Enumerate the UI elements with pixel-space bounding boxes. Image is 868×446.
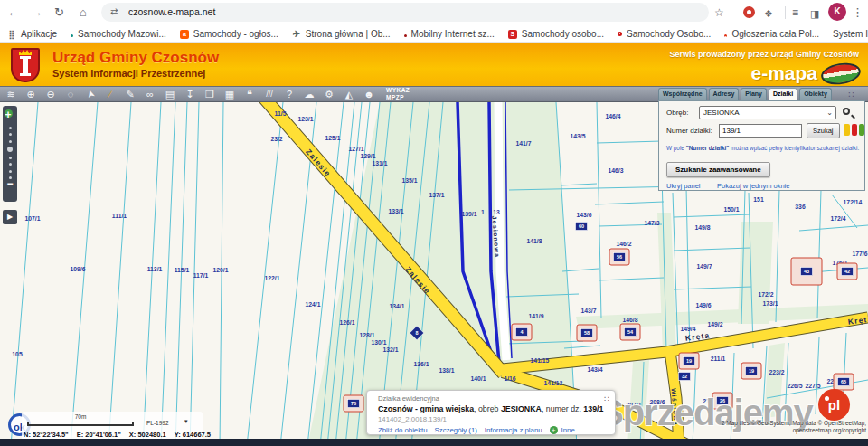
bookmark-star-icon[interactable]: ☆ (714, 5, 724, 21)
panel-close-icon[interactable]: ∷ (848, 90, 854, 100)
parcel-label: 146/2 (616, 241, 631, 247)
side-panel-icon[interactable]: ◨ (810, 5, 819, 22)
wykaz-mpzp-button[interactable]: WYKAZMPZP (386, 87, 410, 101)
zoom-out-icon[interactable]: ⊖ (44, 87, 57, 101)
link-icon[interactable]: ∞ (144, 87, 156, 101)
parcel-label: 107/1 (24, 215, 40, 222)
map-attribution: 2 Map tiles © Geo-System; Map data © Ope… (722, 420, 866, 435)
user-chat-icon[interactable]: ☻ (363, 87, 375, 101)
anchor-icon[interactable]: ↧ (184, 87, 196, 101)
home-icon[interactable]: ⌂ (80, 5, 87, 21)
settings-icon[interactable]: ⚙ (323, 87, 335, 101)
building-number: 76 (351, 401, 356, 406)
legend-swatch-yellow[interactable] (844, 124, 850, 136)
browser-menu-icon[interactable]: ⋮ (852, 5, 863, 21)
chevron-down-icon[interactable]: ▾ (184, 418, 188, 425)
popup-link[interactable]: Inne (561, 426, 575, 434)
bookmark-item[interactable]: Samochody Mazowi... (71, 29, 166, 39)
legend-swatch-red[interactable] (852, 124, 857, 136)
tab-współrzędne[interactable]: Współrzędne (658, 88, 707, 101)
plus-icon[interactable]: + (550, 426, 558, 434)
forward-icon[interactable]: → (31, 5, 42, 21)
legend-swatch-green[interactable] (859, 124, 864, 136)
profile-avatar[interactable]: K (828, 3, 846, 21)
expand-panel-arrow[interactable]: ▶ (3, 210, 17, 224)
bookmark-label: Samochody osobo... (522, 29, 604, 39)
measure-icon[interactable]: /// (263, 87, 276, 101)
popup-link[interactable]: Zbliż do obiektu (378, 426, 428, 434)
popup-link[interactable]: Informacja z planu (485, 426, 542, 434)
puzzle-extensions-icon[interactable]: ❖ (764, 5, 773, 22)
obreb-select[interactable]: JESIONKA⌄ (699, 106, 836, 119)
bookmark-item[interactable]: Samochody Osobo... (618, 29, 711, 39)
popup-link[interactable]: Szczegóły (1) (435, 426, 477, 434)
building-number: 8 (415, 330, 418, 336)
obreb-label: Obręb: (666, 109, 688, 117)
crs-dropdown[interactable]: PL-1992 (146, 420, 169, 426)
service-note: Serwis prowadzony przez Urząd Gminy Czos… (669, 50, 859, 59)
parcel-label: 130/1 (371, 339, 386, 346)
parcel-label: 177/6 (852, 251, 867, 257)
copy-view-icon[interactable]: ❐ (203, 87, 216, 101)
tab-adresy[interactable]: Adresy (709, 88, 740, 101)
bookmark-item[interactable]: System Informacji P... (833, 29, 868, 39)
szukaj-button[interactable]: Szukaj (807, 123, 840, 138)
measure-stick-icon[interactable]: ∕ (104, 87, 117, 101)
parcel-label: 141/8 (526, 238, 542, 244)
address-bar[interactable]: ⇄ czosnow.e-mapa.net (101, 3, 709, 22)
adblock-extension-icon[interactable] (743, 6, 755, 18)
parcel-label: 146/3 (608, 167, 623, 174)
site-settings-icon[interactable]: ⇄ (110, 6, 118, 16)
parcel-line (674, 214, 750, 217)
zoom-in-icon[interactable]: ⊕ (24, 87, 37, 101)
comment-icon[interactable]: ❝ (243, 87, 256, 101)
zoom-in-button[interactable]: + (5, 109, 13, 118)
bookmarks-list: ⣿AplikacjeSamochody Mazowi...aSamochody … (7, 25, 868, 43)
parcel-label: 149/6 (695, 302, 711, 308)
reload-icon[interactable]: ↻ (54, 5, 64, 21)
popup-close-icon[interactable]: ∷ (604, 394, 609, 403)
tab-plany[interactable]: Plany (741, 88, 767, 101)
print-icon[interactable]: ▤ (164, 87, 176, 101)
attribution-line2[interactable]: openstreetmap.org/copyright (722, 427, 866, 434)
parcel-label: 137/1 (429, 192, 444, 198)
back-icon[interactable]: ← (7, 5, 19, 21)
coord-y: Y: 614667.5 (175, 431, 211, 439)
single-window-link[interactable]: Pokazuj w jednym oknie (717, 182, 789, 190)
search-icon[interactable] (843, 108, 850, 115)
layers-icon[interactable]: ≋ (5, 87, 17, 101)
advanced-search-button[interactable]: Szukanie zaawansowane (666, 162, 770, 177)
prism-icon[interactable]: ◭ (343, 87, 355, 101)
bookmark-item[interactable]: ⣿Aplikacje (7, 29, 57, 39)
bookmark-item[interactable]: ✈Strona główna | Ob... (292, 29, 391, 39)
bookmark-item[interactable]: aSamochody - ogłos... (180, 29, 278, 39)
select-area-icon[interactable]: ◌ (64, 87, 77, 101)
reading-list-icon[interactable]: ≡ (792, 5, 798, 21)
zoom-slider[interactable]: + − (3, 106, 17, 202)
parcel-label: 120/1 (212, 267, 228, 273)
cloud-icon[interactable]: ☁ (303, 87, 316, 101)
parcel-number-input[interactable] (719, 124, 802, 138)
building-number: 19 (749, 368, 754, 374)
parcel-label: 149/2 (707, 321, 722, 327)
tab-obiekty[interactable]: Obiekty (799, 88, 832, 101)
watermark-pl-logo: pl (818, 389, 850, 421)
parcel-label: 143/7 (580, 308, 596, 314)
zoom-out-button[interactable]: − (3, 179, 17, 188)
parcel-label: 109/6 (70, 266, 85, 272)
draw-line-icon[interactable]: ✎ (124, 87, 137, 101)
building-number: 19 (686, 358, 692, 364)
hide-panel-link[interactable]: Ukryj panel (666, 182, 701, 190)
parcel-line (247, 102, 283, 446)
bookmark-item[interactable]: LOgłoszenia cała Pol... (724, 29, 819, 39)
help-icon[interactable]: ? (283, 87, 296, 101)
browser-topbar: ← → ↻ ⌂ ⇄ czosnow.e-mapa.net ☆ ❖ ≡ ◨ K ⋮ (0, 0, 868, 25)
search-panel: Obręb: JESIONKA⌄ Numer działki: Szukaj W… (658, 100, 865, 191)
layout-icon[interactable]: ▦ (223, 87, 236, 101)
parcel-label: 141/9 (528, 313, 543, 319)
tab-działki[interactable]: Działki (769, 88, 797, 101)
bookmark-item[interactable]: SSamochody osobo... (508, 29, 604, 39)
pointer-icon[interactable]: ➤ (81, 86, 99, 102)
bookmark-item[interactable]: Mobilny Internet sz... (404, 29, 495, 39)
scale-label: 70m (27, 413, 134, 420)
